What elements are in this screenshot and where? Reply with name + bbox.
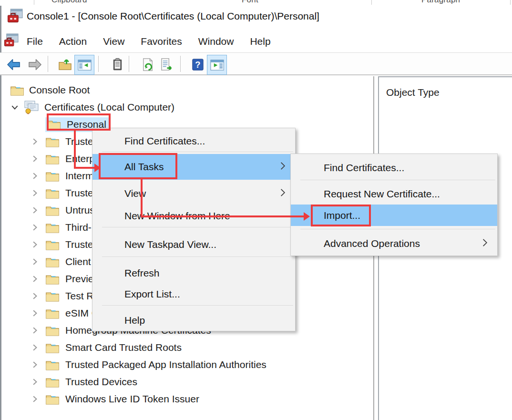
submenu-chevron-icon [280,188,286,199]
menu-separator [300,229,495,229]
ribbon-group-clipboard-label: Clipboard [51,0,87,5]
folder-icon [45,205,60,216]
menu-view[interactable]: View [103,36,124,47]
menu-item-help[interactable]: Help [92,310,295,330]
submenu-chevron-icon [482,238,488,249]
annotation-arrow-line [74,167,95,169]
folder-icon [45,136,60,148]
toolbar-separator [48,56,48,72]
chevron-right-icon[interactable] [30,326,40,335]
chevron-right-icon[interactable] [30,137,40,146]
toolbar-separator [129,56,129,72]
chevron-right-icon[interactable] [30,188,40,198]
chevron-right-icon[interactable] [30,257,40,266]
annotation-box-personal [47,113,111,131]
paste-button[interactable] [108,55,127,74]
menu-item-refresh[interactable]: Refresh [92,263,295,284]
tree-item-label: Certificates (Local Computer) [44,102,174,113]
chevron-right-icon[interactable] [30,240,40,249]
folder-icon [45,325,60,337]
folder-icon [45,187,60,199]
folder-icon [45,359,60,371]
menu-action[interactable]: Action [59,36,87,47]
chevron-right-icon[interactable] [30,205,40,215]
chevron-right-icon[interactable] [30,377,40,387]
chevron-right-icon[interactable] [30,154,40,164]
svg-text:?: ? [195,60,200,70]
folder-icon [45,342,60,354]
help-button[interactable]: ? [188,55,207,74]
chevron-right-icon[interactable] [30,171,40,181]
chevron-right-icon[interactable] [30,360,40,369]
menu-bar: File Action View Favorites Window Help [0,31,512,51]
tree-item-label: Interm [65,170,94,182]
mmc-window-icon[interactable] [4,33,19,49]
back-button[interactable] [4,55,23,74]
window-title: Console1 - [Console Root\Certificates (L… [27,10,319,22]
show-console-tree-toggle[interactable] [74,55,94,75]
toolbar-separator [180,56,181,72]
chevron-right-icon[interactable] [30,274,40,284]
chevron-right-icon[interactable] [30,308,40,318]
export-list-icon [160,57,174,72]
chevron-right-icon[interactable] [30,223,40,232]
chevron-right-icon[interactable] [30,343,40,352]
annotation-arrow-line [141,215,305,217]
menu-window[interactable]: Window [198,36,234,47]
tree-item-label: Test R [65,290,94,302]
ribbon-divider [371,0,372,5]
menu-item-view[interactable]: View [92,183,295,204]
show-action-pane-toggle[interactable] [207,55,227,75]
folder-icon [45,153,60,165]
toolbar: ? [0,52,512,75]
chevron-down-icon[interactable] [10,102,20,112]
submenu-item-find-certificates[interactable]: Find Certificates... [291,157,497,179]
tree-item[interactable]: Trusted Devices [1,373,373,390]
chevron-right-icon[interactable] [30,394,40,404]
chevron-right-icon[interactable] [30,291,40,301]
submenu-chevron-icon [280,161,286,173]
tree-item-label: Trusted Devices [65,376,137,388]
up-one-level-button[interactable] [55,55,74,74]
tree-item-label: Truste [65,239,93,250]
tree-item-label: Console Root [29,84,90,96]
folder-icon [45,239,60,251]
folder-icon [45,273,60,285]
folder-icon [45,170,60,182]
tree-item-label: Trusted Packaged App Installation Author… [65,359,266,370]
tree-item[interactable]: Trusted Packaged App Installation Author… [1,356,373,373]
menu-item-find-certificates[interactable]: Find Certificates... [92,130,295,152]
annotation-box-import [311,205,371,226]
tree-item-label: Untrus [65,205,95,216]
back-icon [6,57,21,72]
menu-item-new-taskpad-view[interactable]: New Taskpad View... [92,233,295,256]
help-icon: ? [190,57,205,72]
menu-separator [300,180,495,180]
tree-item[interactable]: Smart Card Trusted Roots [1,339,373,356]
ribbon-divider [510,0,511,5]
annotation-box-all-tasks [99,153,177,179]
folder-icon [45,256,60,268]
refresh-button[interactable] [138,55,157,74]
tree-item-console-root[interactable]: Console Root [1,82,373,99]
certificates-snapin-icon [23,100,40,114]
folder-icon [45,222,60,234]
menu-item-export-list[interactable]: Export List... [92,284,295,305]
submenu-item-request-new-certificate[interactable]: Request New Certificate... [291,184,497,205]
annotation-arrowhead [304,212,310,221]
tree-item-label: Truste [65,187,93,199]
ribbon-divider [34,0,34,5]
background-ribbon-sliver: Clipboard Font Paragraph [0,0,512,5]
forward-button[interactable] [25,55,44,74]
menu-file[interactable]: File [27,36,43,47]
menu-help[interactable]: Help [250,36,270,47]
tree-item-label: Enterp [65,153,95,164]
tree-item[interactable]: Windows Live ID Token Issuer [1,390,373,408]
annotation-arrow-line [74,130,76,169]
annotation-arrow-line [141,179,143,217]
export-list-button[interactable] [157,55,176,74]
mmc-toolbox-icon [7,9,23,24]
submenu-item-advanced-operations[interactable]: Advanced Operations [291,233,497,254]
folder-icon [45,307,60,319]
menu-favorites[interactable]: Favorites [141,36,182,47]
